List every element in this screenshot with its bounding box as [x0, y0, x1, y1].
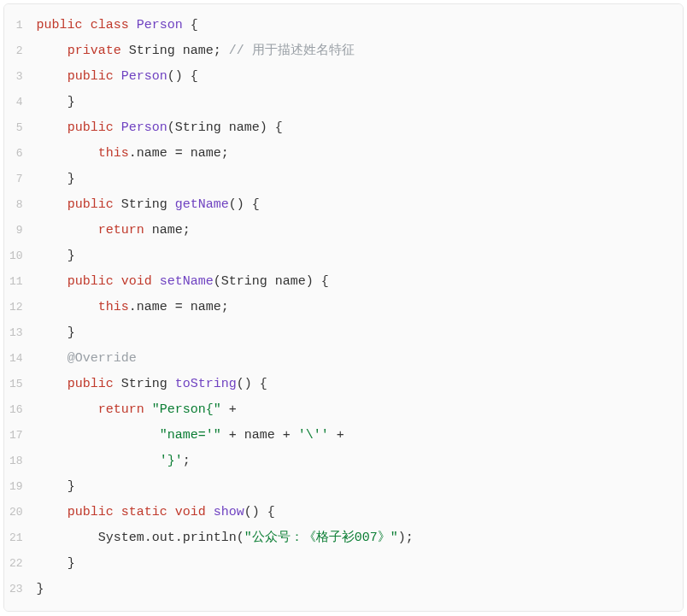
token-str: "公众号：《格子衫007》" — [244, 531, 398, 545]
line-number: 13 — [4, 320, 32, 346]
code-line: } — [32, 243, 683, 269]
token-kw: private — [68, 44, 121, 58]
token-sp — [291, 428, 298, 443]
token-fn: toString — [175, 377, 237, 391]
token-punc: + — [229, 428, 237, 443]
token-ident: name — [137, 146, 167, 161]
token-str: '\'' — [298, 428, 329, 443]
token-punc: } — [68, 479, 75, 494]
code-content[interactable]: public class Person { private String nam… — [32, 4, 683, 611]
line-number: 4 — [4, 90, 32, 115]
token-sp — [37, 402, 98, 417]
token-punc: + — [283, 428, 291, 443]
code-line: private String name; // 用于描述姓名特征 — [32, 38, 683, 64]
token-sp — [37, 505, 68, 519]
token-sp — [37, 44, 68, 58]
code-line: this.name = name; — [32, 141, 683, 167]
token-punc: } — [68, 95, 75, 109]
token-sp — [37, 300, 98, 314]
token-sp — [167, 300, 175, 314]
token-sp — [37, 428, 160, 443]
code-line: } — [32, 551, 683, 577]
token-sp — [37, 69, 68, 84]
token-ann: @Override — [68, 351, 137, 366]
token-ident: name — [183, 44, 214, 58]
code-block: 1234567891011121314151617181920212223 pu… — [3, 3, 684, 612]
code-line: public String getName() { — [32, 192, 683, 218]
token-punc: = — [175, 300, 183, 314]
token-punc: ) — [306, 274, 314, 289]
token-kw: public — [68, 120, 114, 135]
token-ident: name — [275, 274, 306, 289]
token-punc: () — [229, 197, 244, 212]
token-sp — [183, 69, 191, 84]
token-sp — [114, 120, 121, 135]
token-sp — [314, 274, 321, 289]
token-kw: public — [37, 18, 83, 32]
token-punc: { — [267, 505, 275, 519]
code-line: public String toString() { — [32, 372, 683, 397]
token-sp — [114, 69, 121, 84]
token-ident: out — [152, 531, 175, 545]
token-sp — [37, 377, 68, 391]
line-number: 1 — [4, 13, 32, 38]
token-punc: ; — [214, 44, 221, 58]
token-sp — [167, 505, 175, 519]
token-sp — [221, 44, 229, 58]
code-line: System.out.println("公众号：《格子衫007》"); — [32, 525, 683, 551]
line-number: 17 — [4, 423, 32, 449]
token-sp — [37, 454, 160, 468]
token-sp — [183, 300, 191, 314]
token-kw: void — [121, 274, 152, 289]
token-punc: } — [68, 556, 75, 571]
code-line: public Person() { — [32, 64, 683, 90]
token-ident: name — [244, 428, 275, 443]
code-line: public class Person { — [32, 13, 683, 38]
token-sp — [37, 531, 98, 545]
token-sp — [221, 120, 229, 135]
token-kw: void — [175, 505, 206, 519]
token-kw: public — [68, 69, 114, 84]
token-sp — [121, 44, 129, 58]
token-sp — [237, 428, 244, 443]
token-sp — [114, 505, 121, 519]
code-line: } — [32, 474, 683, 500]
token-sp — [183, 146, 191, 161]
token-sp — [244, 197, 252, 212]
token-sp — [37, 556, 68, 571]
token-ident: name — [229, 120, 260, 135]
token-sp — [175, 44, 183, 58]
token-punc: ) — [260, 120, 267, 135]
line-number: 22 — [4, 551, 32, 577]
token-fn: getName — [175, 197, 229, 212]
code-line: return name; — [32, 218, 683, 243]
token-punc: ; — [221, 146, 229, 161]
line-number: 15 — [4, 372, 32, 397]
token-kw: this — [98, 146, 129, 161]
token-kw: public — [68, 197, 114, 212]
line-number: 5 — [4, 115, 32, 141]
token-ident: println — [183, 531, 237, 545]
token-sp — [37, 351, 68, 366]
token-punc: { — [191, 69, 198, 84]
line-number: 7 — [4, 167, 32, 192]
token-sp — [37, 479, 68, 494]
token-ident: name — [191, 146, 221, 161]
token-sp — [329, 428, 337, 443]
token-punc: ; — [406, 531, 414, 545]
token-fn: show — [214, 505, 244, 519]
token-sp — [152, 274, 160, 289]
line-number: 6 — [4, 141, 32, 167]
token-ident: name — [137, 300, 167, 314]
token-fn: setName — [160, 274, 214, 289]
token-punc: ; — [183, 454, 191, 468]
token-punc: } — [37, 582, 44, 596]
code-line: '}'; — [32, 449, 683, 474]
token-punc: ( — [214, 274, 221, 289]
token-punc: ) — [398, 531, 406, 545]
token-sp — [260, 505, 267, 519]
line-number: 20 — [4, 500, 32, 525]
token-punc: . — [129, 146, 137, 161]
token-sp — [129, 18, 137, 32]
token-cmt: // 用于描述姓名特征 — [229, 44, 355, 58]
